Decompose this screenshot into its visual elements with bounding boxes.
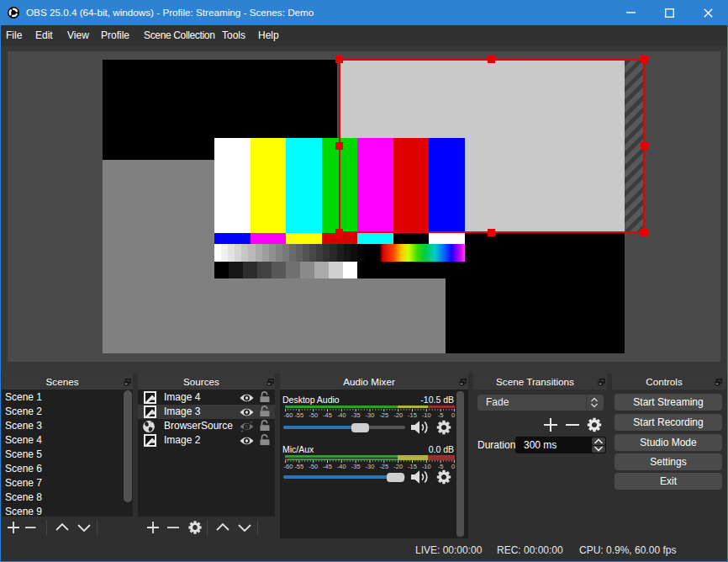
svg-text:-5: -5 xyxy=(438,411,444,418)
svg-text:-60: -60 xyxy=(284,411,293,418)
svg-text:-60: -60 xyxy=(284,463,293,470)
svg-text:-55: -55 xyxy=(294,463,303,470)
svg-text:-40: -40 xyxy=(337,463,346,470)
svg-text:-40: -40 xyxy=(337,411,346,418)
svg-text:-20: -20 xyxy=(393,463,403,470)
svg-text:-30: -30 xyxy=(366,411,375,418)
svg-text:-35: -35 xyxy=(351,411,361,418)
svg-text:-35: -35 xyxy=(351,463,361,470)
svg-text:-25: -25 xyxy=(379,411,388,418)
svg-text:-30: -30 xyxy=(366,463,375,470)
svg-text:-45: -45 xyxy=(323,463,332,470)
svg-text:-20: -20 xyxy=(393,411,403,418)
svg-text:-45: -45 xyxy=(323,411,332,418)
svg-text:-15: -15 xyxy=(408,411,417,418)
svg-text:-55: -55 xyxy=(294,411,303,418)
svg-text:-50: -50 xyxy=(309,463,318,470)
svg-text:0: 0 xyxy=(451,411,455,418)
svg-text:0: 0 xyxy=(451,463,455,470)
svg-text:-25: -25 xyxy=(379,463,388,470)
svg-text:-10: -10 xyxy=(422,411,431,418)
svg-text:-50: -50 xyxy=(309,411,318,418)
